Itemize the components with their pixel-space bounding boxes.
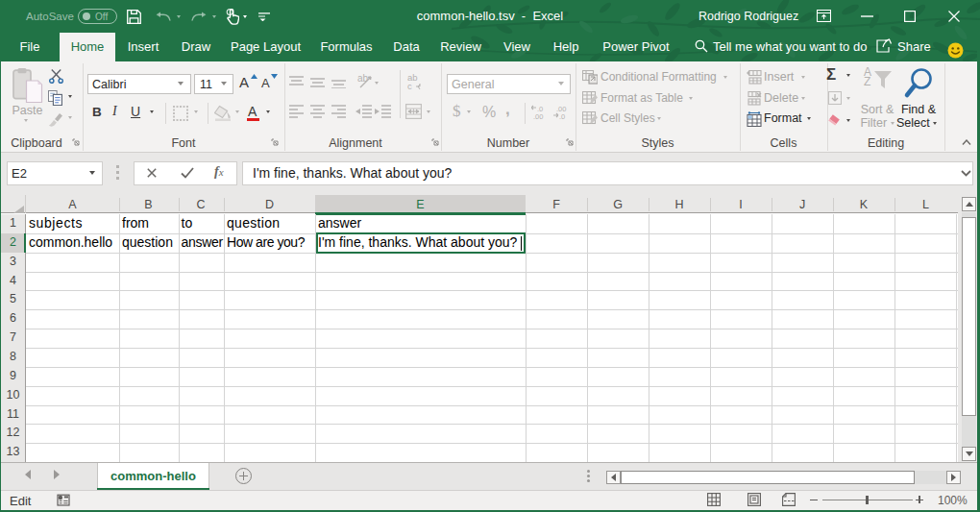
svg-text:ab: ab [357,73,369,84]
svg-text:.0: .0 [559,112,565,119]
svg-text:.00: .00 [533,112,543,119]
svg-text:c: c [407,81,412,91]
